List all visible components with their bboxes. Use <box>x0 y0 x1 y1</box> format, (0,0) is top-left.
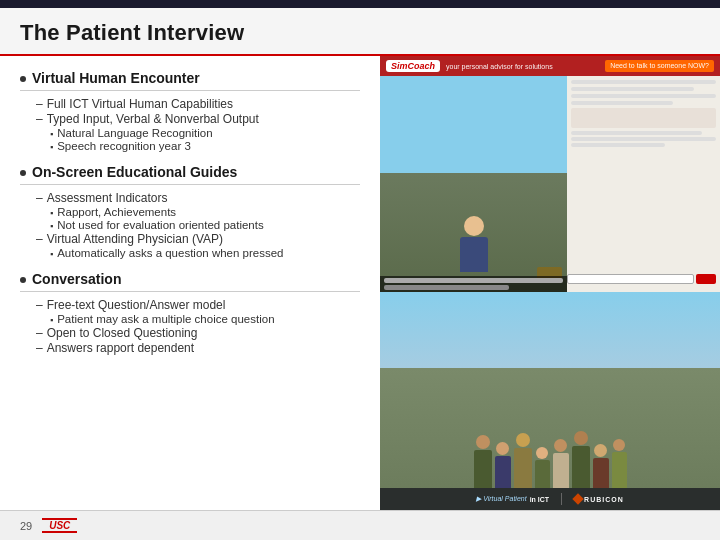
section-divider-3 <box>20 291 360 292</box>
person-4-head <box>536 447 548 459</box>
bullet-dot <box>20 76 26 82</box>
page-number: 29 <box>20 520 32 532</box>
sub-items-onscreen: Assessment Indicators Rapport, Achieveme… <box>20 191 360 259</box>
subsubitem-speech: Speech recognition year 3 <box>50 140 360 152</box>
subsubitem-not-used: Not used for evaluation oriented patient… <box>50 219 360 231</box>
person-3-body <box>514 448 532 488</box>
info-block <box>571 108 716 128</box>
section-virtual-human: Virtual Human Encounter Full ICT Virtual… <box>20 70 360 152</box>
person-2-head <box>496 442 509 455</box>
title-bar: The Patient Interview <box>0 8 720 56</box>
usc-logo-bar-bottom <box>42 531 77 533</box>
person-1-body <box>474 450 492 488</box>
rubicon-diamond <box>572 493 583 504</box>
person-8-body <box>612 452 627 488</box>
simcoach-tagline: your personal advisor for solutions <box>446 63 599 70</box>
person-5-head <box>554 439 567 452</box>
person-3-head <box>516 433 530 447</box>
simcoach-body <box>380 76 720 292</box>
left-panel: Virtual Human Encounter Full ICT Virtual… <box>0 56 380 510</box>
info-line6 <box>571 137 716 141</box>
group-photo-area: ▶ Virtual Patient in ICT RUBICON <box>380 292 720 510</box>
caption-line1 <box>384 278 563 283</box>
bullet-dot-2 <box>20 170 26 176</box>
simcoach-area: SimCoach your personal advisor for solut… <box>380 56 720 292</box>
subitem-full-ict: Full ICT Virtual Human Capabilities <box>36 97 360 111</box>
section-divider-2 <box>20 184 360 185</box>
right-panel: SimCoach your personal advisor for solut… <box>380 56 720 510</box>
subitem-vap: Virtual Attending Physician (VAP) <box>36 232 360 246</box>
subsubitem-rapport: Rapport, Achievements <box>50 206 360 218</box>
simcoach-input <box>567 274 694 284</box>
subitem-typed-input: Typed Input, Verbal & Nonverbal Output <box>36 112 360 126</box>
person-4-body <box>535 460 550 488</box>
person-2 <box>495 442 511 488</box>
info-line5 <box>571 131 702 135</box>
simcoach-caption <box>380 276 567 292</box>
person-5-body <box>553 453 569 488</box>
virtual-patient-text: ▶ Virtual Patient <box>476 495 526 503</box>
person-5 <box>553 439 569 488</box>
person-1 <box>474 435 492 488</box>
sub-sub-items-conv1: Patient may ask a multiple choice questi… <box>36 313 360 325</box>
person-7 <box>593 444 609 488</box>
simcoach-input-bar <box>567 274 716 284</box>
simcoach-info <box>567 76 720 292</box>
info-line7 <box>571 143 665 147</box>
slide: The Patient Interview Virtual Human Enco… <box>0 0 720 540</box>
logo-divider <box>561 493 562 505</box>
section-onscreen: On-Screen Educational Guides Assessment … <box>20 164 360 259</box>
section-title-onscreen: On-Screen Educational Guides <box>20 164 360 180</box>
person-6-body <box>572 446 590 488</box>
person-1-head <box>476 435 490 449</box>
sub-items-virtual-human: Full ICT Virtual Human Capabilities Type… <box>20 97 360 152</box>
person-8 <box>612 439 627 488</box>
rubicon-logo: RUBICON <box>574 495 624 503</box>
subsubitem-patient-ask: Patient may ask a multiple choice questi… <box>50 313 360 325</box>
sky-bg <box>380 292 720 379</box>
section-title-virtual-human: Virtual Human Encounter <box>20 70 360 86</box>
subsubitem-auto-asks: Automatically asks a question when press… <box>50 247 360 259</box>
main-content: Virtual Human Encounter Full ICT Virtual… <box>0 56 720 510</box>
person-7-body <box>593 458 609 488</box>
avatar-head <box>464 216 484 236</box>
bottom-bar: 29 USC <box>0 510 720 540</box>
person-6 <box>572 431 590 488</box>
person-4 <box>535 447 550 488</box>
subitem-answers-rapport: Answers rapport dependent <box>36 341 360 355</box>
section-conversation: Conversation Free-text Question/Answer m… <box>20 271 360 355</box>
subsubitem-nlr: Natural Language Recognition <box>50 127 360 139</box>
info-line2 <box>571 87 694 91</box>
footer-logos-bar: ▶ Virtual Patient in ICT RUBICON <box>380 488 720 510</box>
simcoach-cta: Need to talk to someone NOW? <box>605 60 714 71</box>
simcoach-scene <box>380 76 567 292</box>
person-2-body <box>495 456 511 488</box>
header-bar <box>0 0 720 8</box>
simcoach-logo: SimCoach <box>386 60 440 72</box>
info-line1 <box>571 80 716 84</box>
caption-line2 <box>384 285 509 290</box>
bullet-dot-3 <box>20 277 26 283</box>
info-line3 <box>571 94 716 98</box>
simcoach-avatar <box>460 216 488 272</box>
avatar-body <box>460 237 488 272</box>
subitem-assessment: Assessment Indicators <box>36 191 360 205</box>
simcoach-submit <box>696 274 716 284</box>
rubicon-text: RUBICON <box>584 496 624 503</box>
virtual-patient-logo: ▶ Virtual Patient in ICT <box>476 495 549 503</box>
person-6-head <box>574 431 588 445</box>
sub-items-conversation: Free-text Question/Answer model Patient … <box>20 298 360 355</box>
section-title-conversation: Conversation <box>20 271 360 287</box>
sub-sub-items-os1: Rapport, Achievements Not used for evalu… <box>36 206 360 231</box>
in-ict-text: in ICT <box>530 496 549 503</box>
sub-sub-items-os2: Automatically asks a question when press… <box>36 247 360 259</box>
person-3 <box>514 433 532 488</box>
person-8-head <box>613 439 625 451</box>
subitem-open-closed: Open to Closed Questioning <box>36 326 360 340</box>
usc-logo-text: USC <box>49 520 70 531</box>
usc-logo: USC <box>42 518 77 533</box>
info-line4 <box>571 101 673 105</box>
simcoach-header: SimCoach your personal advisor for solut… <box>380 56 720 76</box>
subitem-freetext: Free-text Question/Answer model <box>36 298 360 312</box>
person-7-head <box>594 444 607 457</box>
